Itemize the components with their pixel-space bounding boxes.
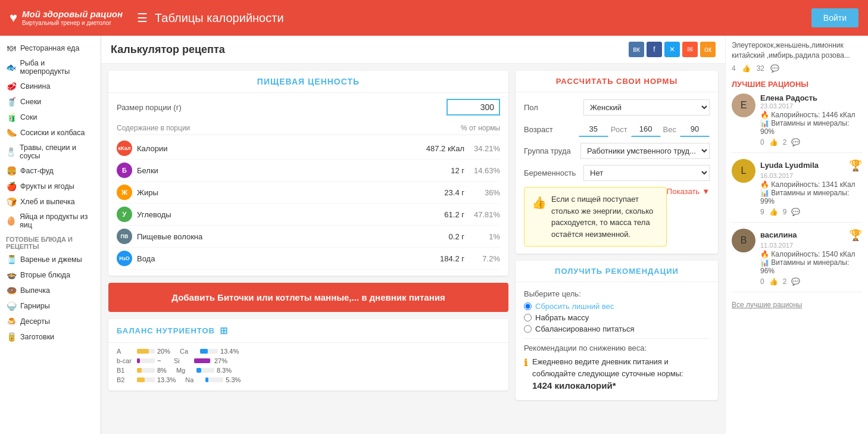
balance-header: БАЛАНС НУТРИЕНТОВ ⊞ <box>108 319 508 343</box>
weight-input[interactable] <box>680 121 710 137</box>
balance-item-B1: B1 8% <box>117 367 167 374</box>
social-vk-button[interactable]: вк <box>629 42 644 57</box>
radio-lose-label[interactable]: Сбросить лишний вес <box>535 302 614 311</box>
sidebar-item-juices[interactable]: 🧃 Соки <box>0 110 101 125</box>
logo-text: Мой здоровый рацион Виртуальный тренер и… <box>22 10 123 26</box>
nutrient-pct-carb: 47.81% <box>464 210 500 219</box>
sidebar-item-fruits[interactable]: 🍎 Фрукты и ягоды <box>0 179 101 194</box>
calculator-title: Калькулятор рецепта <box>111 43 225 56</box>
sidebar-item-bread[interactable]: 🍞 Хлеб и выпечка <box>0 194 101 210</box>
gender-label: Пол <box>524 103 583 112</box>
sidebar-label: Травы, специи и соусы <box>20 143 95 160</box>
social-fb-button[interactable]: f <box>647 42 662 57</box>
nutrient-name-fiber: Пищевые волокна <box>137 232 417 241</box>
height-input[interactable] <box>631 121 661 137</box>
sidebar-item-restoran[interactable]: 🍽 Ресторанная еда <box>0 40 101 56</box>
sidebar-label: Фрукты и ягоды <box>20 182 74 191</box>
juices-icon: 🧃 <box>6 113 17 122</box>
ration-cal-2: 🔥 Калорийность: 1341 кКал <box>760 180 862 189</box>
balance-bar-B1 <box>137 368 142 373</box>
ration-card-1: Е Елена Радость 23.03.2017 🔥 Калорийност… <box>732 93 862 153</box>
snacks-icon: 🥤 <box>6 97 17 107</box>
balance-bar-container-B1 <box>137 368 155 373</box>
sidebar-item-fastfood[interactable]: 🍔 Фаст-фуд <box>0 163 101 179</box>
nutrient-pct-cal: 34.21% <box>464 144 500 153</box>
like-icon-1: 👍 <box>769 138 778 146</box>
balance-bar-Ca <box>200 349 208 354</box>
logo-heart-icon: ♥ <box>10 10 17 26</box>
fr-stats: 4 👍 32 💬 <box>732 64 862 73</box>
ration-name-3[interactable]: василина <box>760 230 797 239</box>
radio-balanced[interactable] <box>524 325 532 333</box>
ration-name-1[interactable]: Елена Радость <box>760 93 862 102</box>
nutrients-table-header: Содержание в порции % от нормы <box>117 121 500 135</box>
sidebar-item-jam[interactable]: 🫙 Варенье и джемы <box>0 252 101 267</box>
sidebar-label: Снеки <box>20 98 41 106</box>
radio-gain[interactable] <box>524 314 532 321</box>
sidebar-item-pork[interactable]: 🥩 Свинина <box>0 79 101 94</box>
logo: ♥ Мой здоровый рацион Виртуальный тренер… <box>10 10 123 26</box>
sidebar-item-sausage[interactable]: 🌭 Сосиски и колбаса <box>0 125 101 140</box>
header: ♥ Мой здоровый рацион Виртуальный тренер… <box>0 0 868 36</box>
grid-icon[interactable]: ⊞ <box>220 325 228 336</box>
social-tw-button[interactable]: ✕ <box>664 42 680 57</box>
nutrient-pct-fat: 36% <box>464 188 500 197</box>
balance-label-Si: Si <box>174 357 192 364</box>
logo-title: Мой здоровый рацион <box>22 10 123 20</box>
sidebar-label: Заготовки <box>20 333 54 341</box>
balance-item-Na: Na 5.3% <box>185 376 241 383</box>
ration-vit-2: 📊 Витамины и минералы: 99% <box>760 189 862 205</box>
ration-info-3: василина 🏆 11.03.2017 🔥 Калорийность: 15… <box>760 229 862 286</box>
balance-bar-bcar <box>137 358 140 363</box>
rec-sub-label: Рекомендации по снижению веса: <box>524 344 710 352</box>
sidebar-label: Сосиски и колбаса <box>20 129 85 137</box>
sidebar-item-fish[interactable]: 🐟 Рыба и морепродукты <box>0 56 101 79</box>
sidebar-label: Соки <box>20 113 37 121</box>
gender-select[interactable]: Женский Мужской <box>583 99 710 115</box>
sidebar-item-blanks[interactable]: 🥫 Заготовки <box>0 329 101 345</box>
radio-gain-label[interactable]: Набрать массу <box>535 313 589 322</box>
radio-balanced-label[interactable]: Сбалансированно питаться <box>535 324 635 333</box>
balance-bar-Si <box>194 358 210 363</box>
jam-icon: 🫙 <box>6 255 17 264</box>
sidebar-item-snacks[interactable]: 🥤 Снеки <box>0 94 101 110</box>
age-row: Рост Вес <box>579 121 710 137</box>
sidebar-item-desserts[interactable]: 🍮 Десерты <box>0 314 101 329</box>
serving-input[interactable] <box>447 99 500 115</box>
nutrient-amount-fat: 23.4 г <box>417 188 464 197</box>
ration-date-3: 11.03.2017 <box>760 242 862 249</box>
ration-name-2[interactable]: Lyuda Lyudmila <box>760 161 819 170</box>
badge-fat: Ж <box>117 185 132 200</box>
all-rations-link[interactable]: Все лучшие рационы <box>732 301 862 309</box>
serving-label: Размер порции (г) <box>117 103 182 112</box>
balance-bar-container-B2 <box>137 377 155 382</box>
sidebar-item-baking[interactable]: 🍩 Выпечка <box>0 283 101 298</box>
norms-body: Пол Женский Мужской Возраст Рост <box>516 92 718 254</box>
login-button[interactable]: Войти <box>811 8 858 27</box>
rec-divider <box>524 338 710 339</box>
work-select[interactable]: Работники умственного труд... <box>580 143 710 159</box>
sidebar-item-eggs[interactable]: 🥚 Яйца и продукты из яиц <box>0 210 101 232</box>
show-link[interactable]: Показать ▼ <box>667 187 710 196</box>
age-input[interactable] <box>579 121 608 137</box>
social-ok-button[interactable]: ок <box>700 42 716 57</box>
rec-calories: 1424 килокалорий* <box>532 380 616 391</box>
nutrient-row-cal: кКал Калории 487.2 кКал 34.21% <box>117 138 500 160</box>
radio-lose[interactable] <box>524 302 532 310</box>
rec-card: ПОЛУЧИТЬ РЕКОМЕНДАЦИИ Выберите цель: Сбр… <box>516 261 718 400</box>
add-diary-button[interactable]: Добавить Биточки или котлеты манные,... … <box>108 283 508 312</box>
pregnancy-select[interactable]: Нет Да <box>583 165 710 181</box>
social-mail-button[interactable]: ✉ <box>682 42 698 57</box>
sidebar-item-spices[interactable]: 🧂 Травы, специи и соусы <box>0 140 101 163</box>
balance-item-Si: Si 27% <box>174 357 227 364</box>
balance-bar-container-bcar <box>137 358 155 363</box>
menu-icon[interactable]: ☰ <box>137 11 148 25</box>
sidebar-item-second[interactable]: 🍲 Вторые блюда <box>0 267 101 283</box>
nutrient-row-fat: Ж Жиры 23.4 г 36% <box>117 182 500 204</box>
avatar-1: Е <box>732 93 755 117</box>
nutrient-amount-fiber: 0.2 г <box>417 232 464 241</box>
sidebar-label: Гарниры <box>20 302 50 310</box>
content-area: Калькулятор рецепта вк f ✕ ✉ ок ПИЩЕВАЯ … <box>101 36 725 434</box>
sidebar-item-garnish[interactable]: 🍚 Гарниры <box>0 298 101 314</box>
col-pct: % от нормы <box>461 124 500 132</box>
